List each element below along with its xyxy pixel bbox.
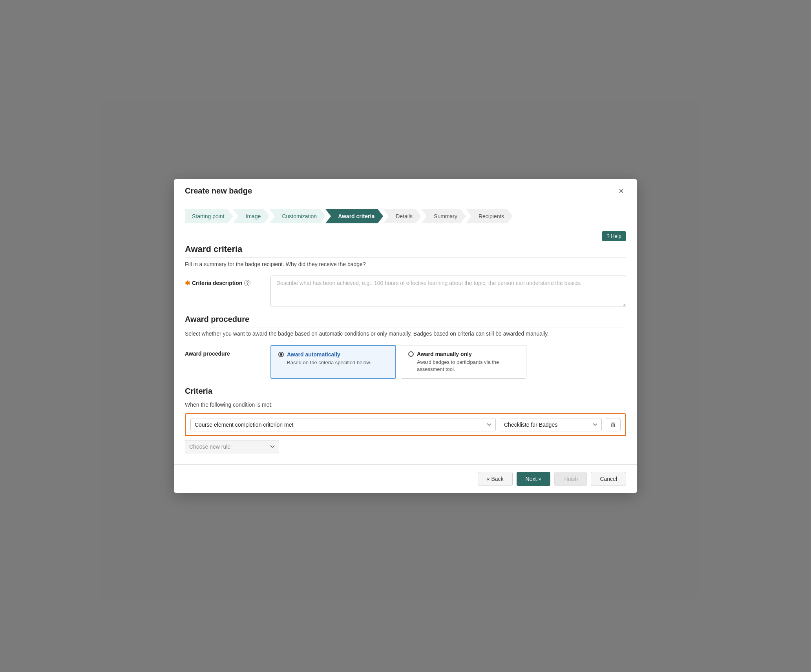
rule-item-select[interactable]: Checkliste für Badges [500,418,602,431]
step-label-image: Image [233,209,270,223]
modal-footer: « Back Next » Finish Cancel [174,464,637,493]
step-label-starting-point: Starting point [185,209,233,223]
step-award-criteria[interactable]: Award criteria [325,209,383,223]
modal-overlay: Create new badge × Starting point Image … [0,0,811,672]
award-criteria-section: Award criteria Fill in a summary for the… [185,244,626,307]
step-label-details: Details [383,209,421,223]
finish-button: Finish [554,472,587,486]
cancel-button[interactable]: Cancel [591,472,626,486]
step-image[interactable]: Image [233,209,270,223]
criteria-description-row: ✱ Criteria description ? [185,276,626,307]
award-criteria-title: Award criteria [185,244,626,258]
create-badge-modal: Create new badge × Starting point Image … [174,179,637,493]
award-procedure-desc: Select whether you want to award the bad… [185,330,626,338]
help-button[interactable]: ? Help [602,231,626,241]
criteria-rule-row: Course element completion criterion met … [185,413,626,436]
required-star: ✱ [185,279,190,287]
step-summary[interactable]: Summary [421,209,466,223]
modal-header: Create new badge × [174,179,637,202]
award-procedure-label: Award procedure [185,345,263,357]
modal-title: Create new badge [185,186,252,195]
criteria-description-label: ✱ Criteria description ? [185,276,263,287]
award-procedure-section: Award procedure Select whether you want … [185,315,626,379]
step-details[interactable]: Details [383,209,421,223]
award-option-auto-title: Award automatically [278,351,388,358]
award-procedure-row: Award procedure Award automatically Base… [185,345,626,379]
back-button[interactable]: « Back [478,472,513,486]
close-button[interactable]: × [616,186,626,196]
criteria-condition-text: When the following condition is met: [185,402,626,408]
award-procedure-title: Award procedure [185,315,626,327]
next-button[interactable]: Next » [517,472,550,486]
wizard-steps: Starting point Image Customization Award… [174,202,637,223]
step-recipients[interactable]: Recipients [466,209,513,223]
modal-content: ? Help Award criteria Fill in a summary … [174,223,637,460]
criteria-section: Criteria When the following condition is… [185,387,626,453]
step-label-award-criteria: Award criteria [325,209,383,223]
criteria-description-input[interactable] [270,276,626,307]
award-criteria-desc: Fill in a summary for the badge recipien… [185,260,626,268]
new-rule-row: Choose new rule [185,440,626,453]
radio-auto [278,352,284,357]
delete-rule-button[interactable]: 🗑 [606,418,621,431]
trash-icon: 🗑 [610,421,616,428]
award-option-manual-title: Award manually only [408,351,519,357]
criteria-section-title: Criteria [185,387,626,399]
step-label-summary: Summary [421,209,466,223]
award-option-auto[interactable]: Award automatically Based on the criteri… [270,345,396,379]
step-label-customization: Customization [269,209,325,223]
radio-manual [408,351,414,357]
rule-type-select[interactable]: Course element completion criterion met [190,418,496,431]
new-rule-select[interactable]: Choose new rule [185,440,279,453]
step-label-recipients: Recipients [466,209,513,223]
step-starting-point[interactable]: Starting point [185,209,233,223]
step-customization[interactable]: Customization [269,209,325,223]
award-options: Award automatically Based on the criteri… [270,345,626,379]
award-option-manual-desc: Award badges to participants via the ass… [408,359,519,373]
criteria-help-icon[interactable]: ? [244,280,250,286]
award-option-manual[interactable]: Award manually only Award badges to part… [401,345,526,379]
award-option-auto-desc: Based on the criteria specified below. [278,359,388,366]
